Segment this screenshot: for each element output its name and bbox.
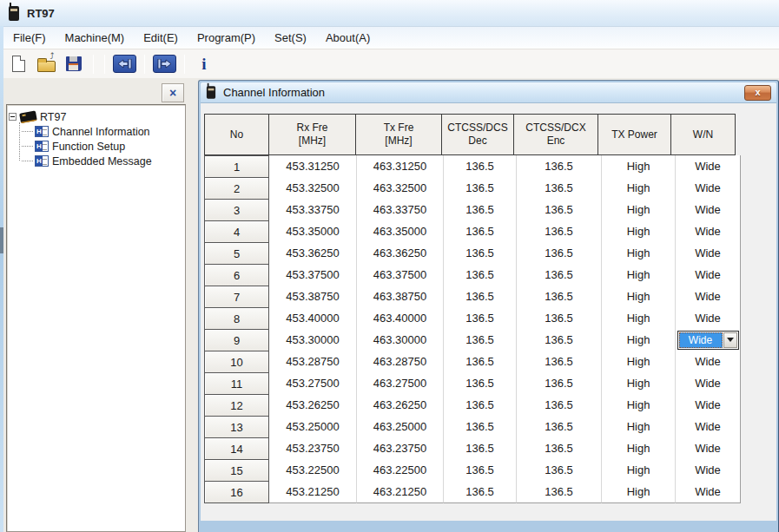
row-number-cell[interactable]: 14 — [204, 437, 269, 460]
rx-frequency-cell[interactable]: 453.40000 — [269, 307, 357, 330]
wn-cell[interactable]: Wide — [676, 155, 741, 178]
wn-cell[interactable]: Wide — [676, 351, 741, 373]
combobox-dropdown-button[interactable] — [723, 332, 737, 348]
rx-frequency-cell[interactable]: 453.38750 — [269, 286, 357, 308]
row-number-cell[interactable]: 3 — [204, 199, 269, 221]
ctcss-dec-cell[interactable]: 136.5 — [444, 437, 517, 460]
ctcss-dec-cell[interactable]: 136.5 — [444, 199, 517, 221]
tx-power-cell[interactable]: High — [602, 459, 676, 482]
wn-cell[interactable]: Wide — [676, 372, 741, 395]
menu-set[interactable]: Set(S) — [265, 29, 316, 47]
tx-power-cell[interactable]: High — [602, 329, 676, 351]
tx-power-cell[interactable]: High — [602, 155, 676, 178]
ctcss-dec-cell[interactable]: 136.5 — [444, 242, 517, 265]
ctcss-dec-cell[interactable]: 136.5 — [444, 220, 517, 243]
read-from-radio-button[interactable] — [113, 55, 136, 73]
rx-frequency-cell[interactable]: 453.33750 — [269, 199, 357, 221]
tree-item-function-setup[interactable]: Function Setup — [9, 139, 183, 154]
menu-program[interactable]: Program(P) — [188, 29, 265, 47]
tx-frequency-cell[interactable]: 463.27500 — [357, 372, 444, 395]
tx-power-cell[interactable]: High — [602, 416, 676, 438]
ctcss-enc-cell[interactable]: 136.5 — [517, 286, 602, 308]
row-number-cell[interactable]: 15 — [204, 459, 269, 482]
wn-cell[interactable]: Wide — [676, 177, 741, 200]
ctcss-enc-cell[interactable]: 136.5 — [517, 437, 602, 460]
channel-window-close-button[interactable]: x — [744, 85, 771, 101]
row-number-cell[interactable]: 1 — [204, 155, 269, 178]
tx-frequency-cell[interactable]: 463.26250 — [357, 394, 444, 417]
ctcss-dec-cell[interactable]: 136.5 — [444, 394, 517, 417]
tx-power-cell[interactable]: High — [602, 394, 676, 417]
row-number-cell[interactable]: 13 — [204, 416, 269, 438]
ctcss-dec-cell[interactable]: 136.5 — [444, 351, 517, 373]
ctcss-enc-cell[interactable]: 136.5 — [517, 481, 602, 503]
tree-item-channel-information[interactable]: Channel Information — [9, 124, 183, 139]
tree-panel-close-button[interactable]: × — [162, 83, 184, 102]
row-number-cell[interactable]: 5 — [204, 242, 269, 265]
row-number-cell[interactable]: 8 — [204, 307, 269, 330]
open-file-button[interactable] — [35, 53, 57, 76]
wn-cell[interactable]: Wide — [676, 481, 741, 503]
tx-frequency-cell[interactable]: 463.36250 — [357, 242, 444, 265]
menu-machine[interactable]: Machine(M) — [56, 29, 135, 47]
rx-frequency-cell[interactable]: 453.30000 — [269, 329, 357, 351]
save-button[interactable] — [63, 53, 85, 76]
rx-frequency-cell[interactable]: 453.35000 — [269, 220, 357, 243]
tx-power-cell[interactable]: High — [602, 372, 676, 395]
tx-frequency-cell[interactable]: 463.38750 — [357, 286, 444, 308]
row-number-cell[interactable]: 10 — [204, 351, 269, 373]
tx-power-cell[interactable]: High — [602, 437, 676, 460]
wn-cell[interactable]: Wide — [676, 437, 741, 460]
wn-cell[interactable]: Wide — [676, 416, 741, 438]
ctcss-dec-cell[interactable]: 136.5 — [444, 459, 517, 482]
tx-frequency-cell[interactable]: 463.40000 — [357, 307, 444, 330]
row-number-cell[interactable]: 6 — [204, 264, 269, 286]
ctcss-enc-cell[interactable]: 136.5 — [517, 329, 602, 351]
menu-file[interactable]: File(F) — [3, 29, 56, 47]
row-number-cell[interactable]: 11 — [204, 372, 269, 395]
rx-frequency-cell[interactable]: 453.36250 — [269, 242, 357, 265]
tx-power-cell[interactable]: High — [602, 264, 676, 286]
row-number-cell[interactable]: 7 — [204, 286, 269, 308]
ctcss-dec-cell[interactable]: 136.5 — [444, 329, 517, 351]
ctcss-dec-cell[interactable]: 136.5 — [444, 155, 517, 178]
tx-frequency-cell[interactable]: 463.23750 — [357, 437, 444, 460]
ctcss-enc-cell[interactable]: 136.5 — [517, 394, 602, 417]
tx-frequency-cell[interactable]: 463.30000 — [357, 329, 444, 351]
tx-frequency-cell[interactable]: 463.32500 — [357, 177, 444, 200]
ctcss-enc-cell[interactable]: 136.5 — [517, 155, 602, 178]
tree-collapse-toggle[interactable] — [9, 113, 17, 121]
row-number-cell[interactable]: 2 — [204, 177, 269, 200]
ctcss-dec-cell[interactable]: 136.5 — [444, 416, 517, 438]
ctcss-dec-cell[interactable]: 136.5 — [444, 264, 517, 286]
ctcss-dec-cell[interactable]: 136.5 — [444, 286, 517, 308]
rx-frequency-cell[interactable]: 453.31250 — [269, 155, 357, 178]
rx-frequency-cell[interactable]: 453.37500 — [269, 264, 357, 286]
tx-frequency-cell[interactable]: 463.37500 — [357, 264, 444, 286]
rx-frequency-cell[interactable]: 453.32500 — [269, 177, 357, 200]
ctcss-dec-cell[interactable]: 136.5 — [444, 372, 517, 395]
tree-item-embedded-message[interactable]: Embedded Message — [9, 154, 183, 168]
rx-frequency-cell[interactable]: 453.25000 — [269, 416, 357, 438]
wn-cell[interactable]: Wide — [676, 286, 741, 308]
wn-cell[interactable]: Wide — [676, 199, 741, 221]
wn-combobox[interactable]: Wide — [677, 331, 739, 350]
menu-about[interactable]: About(A) — [316, 29, 380, 47]
tx-power-cell[interactable]: High — [602, 199, 676, 221]
wn-combobox-value[interactable]: Wide — [679, 332, 723, 348]
rx-frequency-cell[interactable]: 453.27500 — [269, 372, 357, 395]
ctcss-dec-cell[interactable]: 136.5 — [444, 177, 517, 200]
ctcss-enc-cell[interactable]: 136.5 — [517, 307, 602, 330]
wn-cell[interactable]: Wide — [676, 307, 741, 330]
tx-frequency-cell[interactable]: 463.25000 — [357, 416, 444, 438]
row-number-cell[interactable]: 4 — [204, 220, 269, 243]
ctcss-enc-cell[interactable]: 136.5 — [517, 372, 602, 395]
menu-edit[interactable]: Edit(E) — [134, 29, 188, 47]
write-to-radio-button[interactable] — [153, 55, 176, 73]
ctcss-enc-cell[interactable]: 136.5 — [517, 177, 602, 200]
tx-power-cell[interactable]: High — [602, 351, 676, 373]
new-file-button[interactable] — [7, 53, 30, 76]
ctcss-enc-cell[interactable]: 136.5 — [517, 416, 602, 438]
rx-frequency-cell[interactable]: 453.28750 — [269, 351, 357, 373]
tx-frequency-cell[interactable]: 463.35000 — [357, 220, 444, 243]
